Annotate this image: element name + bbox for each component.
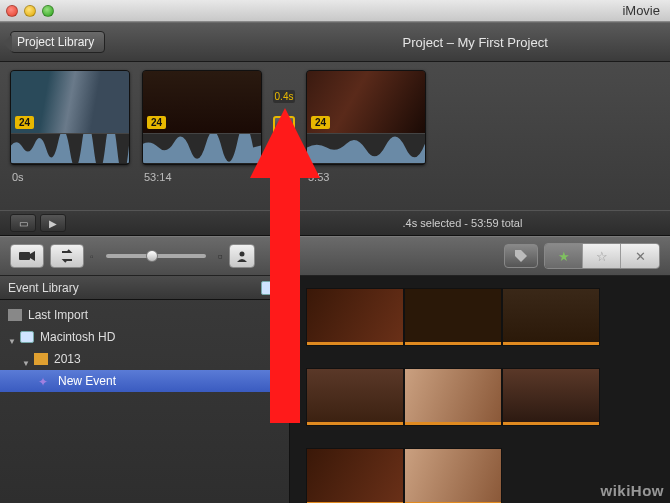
tree-item-event[interactable]: ✦ New Event — [0, 370, 289, 392]
window-controls — [6, 5, 54, 17]
rating-filter-segment: ★ ☆ ✕ — [544, 243, 660, 269]
minimize-window-button[interactable] — [24, 5, 36, 17]
favorite-filter-button[interactable]: ★ — [545, 244, 583, 268]
event-tree: Last Import Macintosh HD 2013 ✦ New Even… — [0, 300, 289, 396]
timeline-clip[interactable]: 24 — [306, 70, 426, 165]
frame-view-button[interactable]: ▭ — [10, 214, 36, 232]
zoom-window-button[interactable] — [42, 5, 54, 17]
timecode-row: 0s 53:14 3:53 — [10, 165, 660, 189]
thumbnail-size-slider[interactable] — [106, 254, 206, 258]
clip-thumbnail: 24 — [11, 71, 129, 133]
thumb-size-small-icon: ▫ — [90, 251, 94, 262]
camera-icon — [8, 309, 22, 321]
project-library-back-button[interactable]: Project Library — [10, 31, 105, 53]
people-filter-button[interactable] — [229, 244, 255, 268]
clip-badge: 24 — [311, 116, 330, 129]
project-library-label: Project Library — [17, 35, 94, 49]
person-icon — [236, 250, 248, 262]
tree-label: 2013 — [54, 352, 81, 366]
timeline-control-bar: ▭ ▶ .4s selected - 53:59 total — [0, 210, 670, 236]
unrated-filter-button[interactable]: ☆ — [583, 244, 621, 268]
tag-icon — [514, 249, 528, 263]
thumb-size-large-icon: ▫ — [218, 248, 223, 264]
watermark: wikiHow — [600, 482, 664, 499]
clip-timecode: 3:53 — [308, 171, 428, 183]
transition-icon — [273, 116, 295, 138]
clip-thumbnail: 24 — [143, 71, 261, 133]
project-timeline[interactable]: 24 24 0.4s 24 0s — [0, 62, 670, 210]
calendar-icon — [34, 353, 48, 365]
tree-label: Macintosh HD — [40, 330, 115, 344]
svg-rect-0 — [19, 252, 30, 260]
project-toolbar: Project Library Project – My First Proje… — [0, 22, 670, 62]
slider-thumb[interactable] — [146, 250, 158, 262]
event-frame[interactable] — [502, 368, 600, 426]
event-frame[interactable] — [502, 288, 600, 346]
import-camera-button[interactable] — [10, 244, 44, 268]
event-frame[interactable] — [306, 448, 404, 503]
clip-audio-waveform — [143, 133, 261, 163]
disclosure-triangle-icon[interactable] — [8, 334, 14, 340]
disclosure-triangle-icon[interactable] — [22, 356, 28, 362]
timeline-clip[interactable]: 24 — [10, 70, 130, 165]
event-library-header: Event Library — [0, 276, 289, 300]
svg-point-1 — [239, 252, 244, 257]
reject-filter-button[interactable]: ✕ — [621, 244, 659, 268]
timeline-clip[interactable]: 24 — [142, 70, 262, 165]
tree-label: Last Import — [28, 308, 88, 322]
event-library-sidebar: Event Library Last Import Macintosh HD 2… — [0, 276, 290, 503]
app-title: iMovie — [622, 3, 660, 18]
tree-label: New Event — [58, 374, 116, 388]
event-frame[interactable] — [404, 368, 502, 426]
event-frame[interactable] — [404, 288, 502, 346]
title-bar: iMovie — [0, 0, 670, 22]
tree-item-year[interactable]: 2013 — [0, 348, 289, 370]
hard-drive-icon — [261, 281, 281, 295]
star-icon: ✦ — [38, 375, 52, 387]
hard-drive-icon — [20, 331, 34, 343]
camera-icon — [19, 250, 35, 262]
keywords-button[interactable] — [504, 244, 538, 268]
event-filmstrip[interactable] — [306, 288, 670, 346]
tree-item-last-import[interactable]: Last Import — [0, 304, 289, 326]
transition-tile[interactable]: 0.4s — [274, 70, 294, 165]
clip-timecode: 0s — [12, 171, 132, 183]
event-toolbar: ▫ ▫ ★ ☆ ✕ — [0, 236, 670, 276]
project-title: Project – My First Project — [290, 35, 660, 50]
event-frame[interactable] — [306, 368, 404, 426]
event-filmstrip[interactable] — [306, 368, 670, 426]
event-frame[interactable] — [306, 288, 404, 346]
event-frame[interactable] — [404, 448, 502, 503]
swap-icon — [59, 249, 75, 263]
tree-item-macintosh-hd[interactable]: Macintosh HD — [0, 326, 289, 348]
transition-duration: 0.4s — [273, 90, 296, 103]
selection-status: .4s selected - 53:59 total — [265, 217, 660, 229]
play-button[interactable]: ▶ — [40, 214, 66, 232]
clip-thumbnail: 24 — [307, 71, 425, 133]
swap-layout-button[interactable] — [50, 244, 84, 268]
clip-badge: 24 — [147, 116, 166, 129]
event-library-title: Event Library — [8, 281, 79, 295]
clip-badge: 24 — [15, 116, 34, 129]
event-browser[interactable] — [290, 276, 670, 503]
clip-timecode: 53:14 — [144, 171, 264, 183]
close-window-button[interactable] — [6, 5, 18, 17]
clip-audio-waveform — [11, 133, 129, 163]
clip-audio-waveform — [307, 133, 425, 163]
